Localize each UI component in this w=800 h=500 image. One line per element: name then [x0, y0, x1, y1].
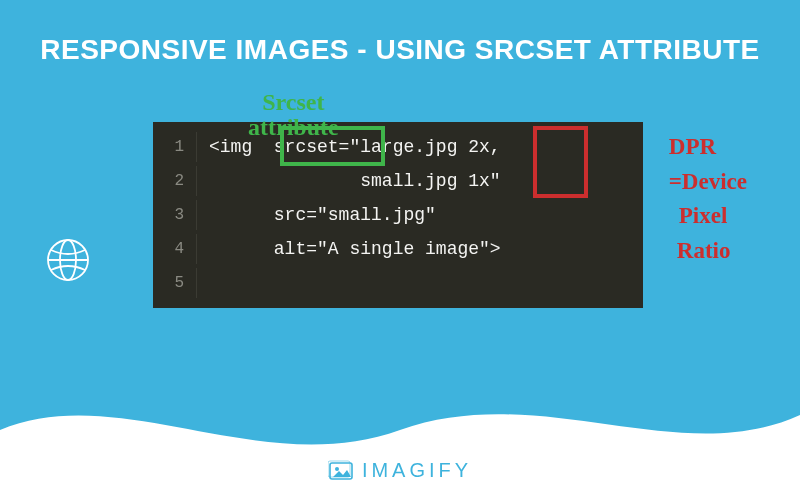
- dpr-annotation-label: DPR =Device Pixel Ratio: [669, 130, 747, 268]
- line-number: 1: [153, 132, 197, 162]
- brand-footer: IMAGIFY: [0, 459, 800, 482]
- srcset-annotation-label: Srcset attribute: [248, 90, 339, 140]
- code-line: 4 alt="A single image">: [153, 232, 643, 266]
- line-number: 3: [153, 200, 197, 230]
- code-line: 1 <img srcset="large.jpg 2x,: [153, 130, 643, 164]
- line-number: 2: [153, 166, 197, 196]
- svg-point-4: [335, 467, 339, 471]
- page-title: RESPONSIVE IMAGES - USING SRCSET ATTRIBU…: [0, 0, 800, 66]
- line-number: 5: [153, 268, 197, 298]
- code-text: alt="A single image">: [209, 234, 501, 264]
- globe-icon: [46, 238, 90, 286]
- code-text: small.jpg 1x": [209, 166, 501, 196]
- code-editor: 1 <img srcset="large.jpg 2x, 2 small.jpg…: [153, 122, 643, 308]
- code-text: src="small.jpg": [209, 200, 436, 230]
- code-line: 2 small.jpg 1x": [153, 164, 643, 198]
- line-number: 4: [153, 234, 197, 264]
- brand-name: IMAGIFY: [362, 459, 472, 482]
- code-example-container: Srcset attribute DPR =Device Pixel Ratio…: [153, 122, 643, 308]
- code-line: 5: [153, 266, 643, 300]
- imagify-logo-icon: [328, 460, 356, 482]
- code-line: 3 src="small.jpg": [153, 198, 643, 232]
